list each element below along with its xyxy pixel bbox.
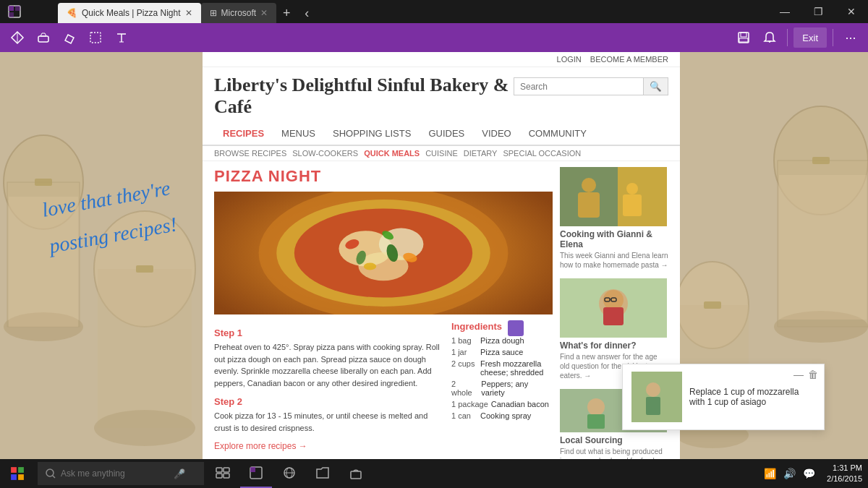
nav-shopping-lists[interactable]: SHOPPING LISTS	[324, 122, 420, 145]
taskbar-store-app[interactable]	[340, 459, 372, 488]
search-input[interactable]	[514, 77, 644, 95]
widget-1-text: This week Gianni and Elena learn how to …	[560, 251, 668, 270]
search-button[interactable]: 🔍	[644, 77, 668, 95]
svg-rect-21	[9, 12, 14, 17]
login-link[interactable]: LOGIN	[557, 55, 582, 64]
taskbar-folder-app[interactable]	[307, 459, 339, 488]
msft-favicon: ⊞	[210, 8, 217, 18]
subnav-dietary[interactable]: DIETARY	[464, 149, 498, 158]
systray-notification-icon[interactable]: 💬	[803, 468, 815, 479]
ingredient-1-qty: 1 bag	[451, 336, 477, 345]
subnav-quick[interactable]: QUICK MEALS	[364, 149, 420, 158]
site-title: Liberty's Delightful Sinful Bakery & Caf…	[214, 74, 514, 118]
minimize-button[interactable]: —	[768, 0, 801, 23]
svg-rect-24	[38, 36, 48, 42]
taskbar-mic-icon[interactable]: 🎤	[174, 468, 185, 479]
taskbar-search[interactable]: 🎤	[38, 462, 204, 485]
save-icon[interactable]	[732, 26, 755, 49]
taskbar-task-view[interactable]	[207, 459, 239, 488]
widget-3-text: Find out what is being produced in your …	[560, 447, 668, 459]
edge-toolbar: Exit ···	[0, 23, 868, 52]
nav-menus[interactable]: MENUS	[273, 122, 324, 145]
type-tool-button[interactable]	[110, 26, 133, 49]
start-button[interactable]	[0, 459, 35, 488]
svg-rect-69	[646, 397, 660, 415]
site-topbar: LOGIN BECOME A MEMBER	[203, 52, 680, 67]
subnav-special[interactable]: SPECIAL OCCASION	[503, 149, 581, 158]
svg-rect-52	[578, 192, 600, 218]
select-button[interactable]	[84, 26, 107, 49]
bell-icon[interactable]	[758, 26, 781, 49]
ingredient-3: 2 cups Fresh mozzarella cheese; shredded	[451, 359, 553, 377]
time-display: 1:31 PM	[827, 463, 862, 474]
nav-prev-button[interactable]: ‹	[297, 3, 317, 23]
ingredient-2-name: Pizza sauce	[480, 348, 523, 356]
svg-point-53	[626, 183, 638, 194]
steps-ingredients: Step 1 Preheat oven to 425°. Spray pizza…	[214, 320, 553, 451]
pen-tool-button[interactable]	[6, 26, 29, 49]
msft-tab-close[interactable]: ✕	[260, 8, 268, 18]
eraser-button[interactable]	[58, 26, 81, 49]
microsoft-tab[interactable]: ⊞ Microsoft ✕	[201, 3, 277, 23]
systray-volume-icon[interactable]: 🔊	[783, 468, 796, 479]
browser-content: LOGIN BECOME A MEMBER Liberty's Delightf…	[203, 52, 680, 459]
ingredient-2-qty: 1 jar	[451, 348, 477, 356]
svg-rect-71	[18, 467, 24, 473]
sticky-delete-button[interactable]: 🗑	[808, 369, 818, 380]
subnav-browse[interactable]: BROWSE RECIPES	[214, 149, 286, 158]
taskbar: 🎤 📶 🔊 💬 1:31 PM 2/16/2015	[0, 459, 868, 488]
exit-button[interactable]: Exit	[793, 27, 827, 48]
svg-point-46	[364, 263, 376, 270]
comment-bubble[interactable]	[508, 320, 524, 336]
taskbar-globe-app[interactable]	[273, 459, 305, 488]
svg-rect-70	[11, 467, 17, 473]
svg-rect-27	[90, 33, 101, 43]
nav-guides[interactable]: GUIDES	[420, 122, 473, 145]
svg-point-51	[582, 178, 596, 192]
subnav-slow[interactable]: SLOW-COOKERS	[292, 149, 358, 158]
svg-rect-19	[9, 6, 14, 11]
pizza-image	[214, 192, 553, 314]
svg-rect-72	[11, 474, 17, 480]
site-nav: RECIPES MENUS SHOPPING LISTS GUIDES VIDE…	[203, 122, 680, 146]
new-tab-button[interactable]: +	[276, 3, 297, 23]
svg-rect-76	[216, 468, 222, 472]
step-1-title: Step 1	[214, 328, 444, 338]
systray-network-icon[interactable]: 📶	[764, 468, 776, 479]
taskbar-search-input[interactable]	[61, 468, 169, 479]
taskbar-right: 📶 🔊 💬 1:31 PM 2/16/2015	[758, 459, 868, 488]
sidebar-widget-1: Cooking with Gianni & Elena This week Gi…	[560, 167, 668, 270]
nav-video[interactable]: VIDEO	[473, 122, 519, 145]
ingredient-5-qty: 1 package	[451, 400, 488, 408]
nav-community[interactable]: COMMUNITY	[520, 122, 595, 145]
ingredient-4-qty: 2 whole	[451, 380, 478, 397]
site-subnav: BROWSE RECIPES SLOW-COOKERS QUICK MEALS …	[203, 146, 680, 161]
svg-rect-79	[224, 474, 229, 478]
svg-rect-61	[603, 307, 624, 325]
svg-rect-85	[351, 471, 361, 479]
restore-button[interactable]: ❐	[801, 0, 835, 23]
site-header: Liberty's Delightful Sinful Bakery & Caf…	[203, 67, 680, 122]
titlebar: 🍕 Quick Meals | Pizza Night ✕ ⊞ Microsof…	[0, 0, 868, 23]
active-tab[interactable]: 🍕 Quick Meals | Pizza Night ✕	[58, 3, 201, 23]
svg-rect-64	[587, 414, 605, 429]
subnav-cuisine[interactable]: CUISINE	[425, 149, 458, 158]
sticky-minimize-button[interactable]: —	[793, 369, 804, 380]
explore-link[interactable]: Explore more recipes →	[214, 441, 444, 451]
widget-1-image	[560, 167, 667, 226]
svg-rect-5	[98, 269, 192, 428]
tab-close-button[interactable]: ✕	[185, 8, 192, 18]
steps-area: Step 1 Preheat oven to 425°. Spray pizza…	[214, 320, 444, 451]
nav-recipes[interactable]: RECIPES	[214, 122, 273, 145]
svg-rect-20	[15, 6, 20, 11]
taskbar-browser-app[interactable]	[240, 459, 272, 488]
more-options-button[interactable]: ···	[839, 26, 862, 49]
become-member-link[interactable]: BECOME A MEMBER	[590, 55, 668, 64]
svg-rect-31	[739, 33, 749, 43]
highlighter-button[interactable]	[32, 26, 55, 49]
ingredients-panel: Ingredients 1 bag Pizza dough 1 jar Pizz…	[451, 320, 553, 451]
systray: 📶 🔊 💬	[758, 459, 821, 488]
close-button[interactable]: ✕	[835, 0, 868, 23]
svg-rect-8	[136, 265, 153, 273]
window-controls: — ❐ ✕	[768, 0, 868, 23]
